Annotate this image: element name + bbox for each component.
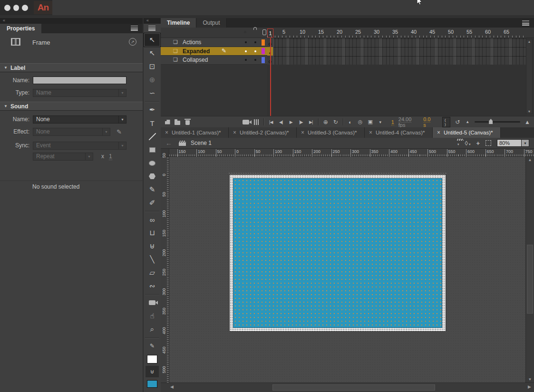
document-tab[interactable]: ×Untitled-5 (Canvas)* bbox=[433, 127, 501, 138]
ink-bottle-tool[interactable]: ⊔ bbox=[144, 226, 160, 239]
lasso-tool[interactable]: ∽ bbox=[144, 86, 160, 100]
help-launch-icon[interactable]: ↗ bbox=[129, 38, 136, 46]
timeline-frame-ruler[interactable]: 1 5101520253035404550556065 bbox=[161, 28, 534, 38]
add-camera-button[interactable] bbox=[243, 118, 249, 126]
layer-lock-dot[interactable] bbox=[254, 59, 256, 61]
outline-all-layers-icon[interactable] bbox=[262, 29, 266, 35]
vertical-scrollbar-thumb[interactable] bbox=[527, 245, 533, 314]
playhead-line[interactable] bbox=[270, 38, 271, 117]
width-tool[interactable]: ∾ bbox=[144, 279, 160, 293]
elapsed-time-indicator[interactable]: 0.0 s bbox=[423, 116, 434, 128]
oval-tool[interactable] bbox=[144, 156, 160, 170]
polystar-tool[interactable] bbox=[144, 170, 160, 183]
pencil-tool[interactable]: ✎ bbox=[144, 183, 160, 196]
minimize-button[interactable] bbox=[13, 5, 19, 11]
selection-tool[interactable]: ↖ bbox=[144, 33, 160, 47]
timeline-vertical-scrollbar[interactable]: ▲ ▼ bbox=[526, 39, 533, 114]
brush-tool[interactable]: ✐ bbox=[144, 196, 160, 210]
zoom-out-frames-icon[interactable]: ▲ bbox=[465, 118, 470, 126]
3d-rotation-tool[interactable]: ⊕ bbox=[144, 73, 160, 86]
scroll-up-icon[interactable]: ▲ bbox=[526, 158, 534, 162]
center-frame-button[interactable]: ⊕ bbox=[323, 118, 329, 126]
frame-view-options-button[interactable]: ( ) bbox=[442, 117, 450, 127]
canvas-vertical-scrollbar[interactable]: ▲ ▼ bbox=[525, 157, 534, 382]
label-name-input[interactable] bbox=[33, 76, 126, 84]
close-button[interactable] bbox=[4, 5, 10, 11]
scroll-down-icon[interactable]: ▼ bbox=[526, 110, 532, 113]
layer-depth-button[interactable] bbox=[253, 118, 259, 126]
timeline-menu-icon[interactable] bbox=[522, 20, 529, 26]
panel-menu-icon[interactable] bbox=[131, 26, 138, 31]
modify-markers-button[interactable]: ▾ bbox=[378, 118, 383, 126]
eraser-tool[interactable]: ▱ bbox=[144, 266, 160, 279]
collapse-tools-strip[interactable]: « bbox=[144, 18, 161, 24]
eyedropper-tool[interactable]: ╲ bbox=[144, 253, 160, 266]
layer-visibility-dot[interactable] bbox=[245, 59, 247, 61]
hand-tool[interactable]: ☝ bbox=[144, 309, 160, 323]
scroll-left-icon[interactable]: ◀ bbox=[170, 384, 174, 389]
subselection-tool[interactable]: ↖ bbox=[144, 47, 160, 60]
layer-visibility-dot[interactable] bbox=[245, 50, 247, 52]
free-transform-tool[interactable]: ⊡ bbox=[144, 60, 160, 73]
close-tab-icon[interactable]: × bbox=[301, 129, 304, 136]
pen-tool[interactable]: ✒ bbox=[144, 103, 160, 116]
document-tab[interactable]: ×Untitled-4 (Canvas)* bbox=[365, 127, 433, 138]
zoom-tool[interactable]: ⌕ bbox=[144, 323, 160, 336]
frame-rate-indicator[interactable]: 24.00 fps bbox=[398, 116, 419, 128]
collapse-panel-strip[interactable]: « bbox=[0, 18, 143, 24]
selected-rectangle-shape[interactable] bbox=[233, 178, 442, 328]
document-tab[interactable]: ×Untitled-2 (Canvas)* bbox=[229, 127, 297, 138]
tab-timeline[interactable]: Timeline bbox=[161, 18, 196, 28]
onion-skin-button[interactable]: ◐ bbox=[348, 118, 353, 126]
reset-frame-zoom-button[interactable]: ↺ bbox=[455, 118, 460, 126]
pasteboard[interactable] bbox=[169, 157, 525, 382]
edit-multiple-frames-button[interactable]: ▣ bbox=[368, 118, 373, 126]
layer-row-expanded[interactable]: ❏Expanded✎ bbox=[161, 47, 267, 56]
stroke-color-pencil[interactable]: ✎ bbox=[144, 339, 160, 353]
horizontal-scrollbar-thumb[interactable] bbox=[272, 384, 435, 391]
text-tool[interactable]: T bbox=[144, 116, 160, 130]
layer-lock-dot[interactable] bbox=[254, 50, 256, 52]
step-forward-button[interactable]: |▶ bbox=[298, 118, 304, 126]
label-section-header[interactable]: ▼ Label bbox=[0, 63, 143, 72]
zoom-in-frames-icon[interactable]: ▲ bbox=[524, 118, 530, 126]
edit-symbols-button[interactable]: ◊▾ bbox=[465, 139, 470, 147]
loop-playback-button[interactable]: ↻ bbox=[333, 118, 339, 126]
step-back-button[interactable]: ◀| bbox=[278, 118, 284, 126]
loop-count-value[interactable]: 1 bbox=[109, 153, 112, 160]
go-to-last-frame-button[interactable]: ▶| bbox=[308, 118, 314, 126]
close-tab-icon[interactable]: × bbox=[165, 129, 168, 136]
fill-color-swatch[interactable] bbox=[144, 377, 160, 391]
layer-row-actions[interactable]: ❏Actions bbox=[161, 38, 267, 47]
tab-output[interactable]: Output bbox=[196, 18, 226, 28]
frames-area[interactable] bbox=[267, 38, 526, 116]
clip-content-button[interactable] bbox=[485, 140, 491, 146]
frames-grid[interactable] bbox=[267, 38, 526, 65]
scene-breadcrumb[interactable]: Scene 1 bbox=[191, 140, 212, 146]
line-tool[interactable] bbox=[144, 130, 160, 143]
layer-row-collapsed[interactable]: ❏Collapsed bbox=[161, 56, 267, 65]
stage-zoom-select[interactable]: 80% ▼ bbox=[497, 139, 529, 147]
scroll-right-icon[interactable]: ▶ bbox=[528, 384, 531, 389]
paint-bucket-tool[interactable]: ⊎ bbox=[144, 239, 160, 253]
bone-tool[interactable]: ∞ bbox=[144, 213, 160, 226]
tools-menu-icon[interactable] bbox=[148, 26, 155, 31]
sound-section-header[interactable]: ▼ Sound bbox=[0, 102, 143, 111]
close-tab-icon[interactable]: × bbox=[437, 129, 440, 136]
document-tab[interactable]: ×Untitled-3 (Canvas)* bbox=[297, 127, 365, 138]
document-tab[interactable]: ×Untitled-1 (Canvas)* bbox=[161, 127, 229, 138]
current-frame-indicator[interactable]: 1 bbox=[391, 119, 394, 125]
layer-lock-dot[interactable] bbox=[254, 41, 256, 43]
scroll-up-icon[interactable]: ▲ bbox=[526, 40, 532, 43]
go-to-first-frame-button[interactable]: |◀ bbox=[268, 118, 274, 126]
back-arrow-icon[interactable]: ← bbox=[165, 139, 172, 147]
rectangle-tool[interactable] bbox=[144, 143, 160, 156]
play-button[interactable]: ▶ bbox=[288, 118, 294, 126]
stroke-color-swatch[interactable] bbox=[144, 353, 160, 366]
frame-size-slider[interactable] bbox=[475, 121, 520, 123]
onion-skin-outlines-button[interactable]: ◎ bbox=[358, 118, 363, 126]
close-tab-icon[interactable]: × bbox=[369, 129, 372, 136]
new-layer-button[interactable] bbox=[165, 118, 170, 126]
fill-color-bucket[interactable]: ⊎ bbox=[146, 366, 159, 377]
tab-properties[interactable]: Properties bbox=[0, 24, 41, 33]
